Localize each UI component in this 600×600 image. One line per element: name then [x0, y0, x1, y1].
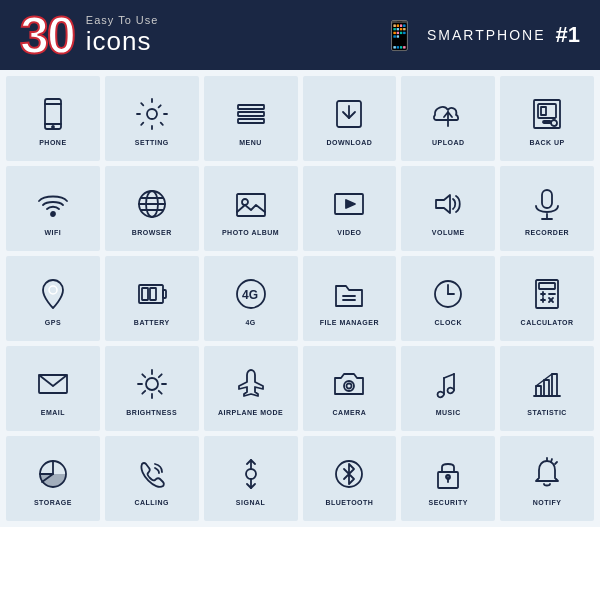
icon-backup: BACK UP [500, 76, 594, 161]
svg-rect-6 [238, 112, 264, 116]
header-right: 📱 SMARTPHONE #1 [382, 19, 580, 52]
header: 30 Easy To Use icons 📱 SMARTPHONE #1 [0, 0, 600, 70]
statistic-label: STATISTIC [527, 409, 567, 416]
security-icon [428, 454, 468, 494]
svg-rect-15 [543, 121, 551, 123]
4g-label: 4G [245, 319, 255, 326]
photo-album-icon [231, 184, 271, 224]
brand-number: #1 [556, 22, 580, 48]
airplane-mode-label: AIRPLANE MODE [218, 409, 283, 416]
video-icon [329, 184, 369, 224]
camera-label: CAMERA [333, 409, 367, 416]
statistic-icon [527, 364, 567, 404]
svg-marker-26 [436, 195, 450, 213]
upload-icon [428, 94, 468, 134]
recorder-label: RECORDER [525, 229, 569, 236]
brand-text: SMARTPHONE [427, 27, 546, 43]
file-manager-label: FILE MANAGER [320, 319, 379, 326]
icon-bluetooth: BLUETOOTH [303, 436, 397, 521]
icon-brightness: BRIGHTNESS [105, 346, 199, 431]
storage-icon [33, 454, 73, 494]
svg-rect-7 [238, 119, 264, 123]
icon-storage: STORAGE [6, 436, 100, 521]
camera-icon [329, 364, 369, 404]
svg-line-65 [444, 374, 454, 378]
gps-icon [33, 274, 73, 314]
svg-point-61 [344, 381, 354, 391]
svg-rect-27 [542, 190, 552, 208]
svg-rect-33 [142, 288, 148, 300]
clock-icon [428, 274, 468, 314]
music-label: MUSIC [436, 409, 461, 416]
wifi-label: WIFI [45, 229, 62, 236]
icon-calculator: CALCULATOR [500, 256, 594, 341]
wifi-icon [33, 184, 73, 224]
icon-video: VIDEO [303, 166, 397, 251]
icon-file-manager: FILE MANAGER [303, 256, 397, 341]
icon-photo-album: PHOTO ALBUM [204, 166, 298, 251]
gps-label: GPS [45, 319, 61, 326]
icon-camera: CAMERA [303, 346, 397, 431]
4g-icon: 4G [231, 274, 271, 314]
calling-icon [132, 454, 172, 494]
browser-label: BROWSER [132, 229, 172, 236]
upload-label: UPLOAD [432, 139, 465, 146]
backup-label: BACK UP [529, 139, 564, 146]
svg-marker-25 [346, 200, 355, 208]
svg-rect-69 [552, 374, 557, 396]
file-manager-icon [329, 274, 369, 314]
header-number: 30 [20, 9, 74, 61]
icon-menu: MENU [204, 76, 298, 161]
svg-point-62 [347, 383, 352, 388]
icon-4g: 4G 4G [204, 256, 298, 341]
signal-icon [231, 454, 271, 494]
icon-signal: SIGNAL [204, 436, 298, 521]
icon-download: DOWNLOAD [303, 76, 397, 161]
menu-icon [231, 94, 271, 134]
setting-label: SETTING [135, 139, 169, 146]
icon-airplane-mode: AIRPLANE MODE [204, 346, 298, 431]
menu-label: MENU [239, 139, 262, 146]
svg-rect-13 [541, 107, 546, 115]
phone-icon [33, 94, 73, 134]
svg-point-14 [551, 120, 557, 126]
icon-setting: SETTING [105, 76, 199, 161]
svg-line-60 [142, 390, 145, 393]
svg-line-82 [555, 462, 557, 464]
brightness-icon [132, 364, 172, 404]
volume-label: VOLUME [432, 229, 465, 236]
svg-point-3 [52, 126, 54, 128]
svg-rect-32 [163, 290, 166, 298]
email-icon [33, 364, 73, 404]
calculator-label: CALCULATOR [521, 319, 574, 326]
icon-notify: NOTIFY [500, 436, 594, 521]
svg-line-81 [551, 459, 552, 462]
security-label: SECURITY [429, 499, 468, 506]
icon-email: EMAIL [6, 346, 100, 431]
svg-point-52 [146, 378, 158, 390]
clock-label: CLOCK [435, 319, 462, 326]
svg-rect-34 [150, 288, 156, 300]
svg-rect-43 [539, 283, 555, 289]
icon-recorder: RECORDER [500, 166, 594, 251]
icon-phone: PHONE [6, 76, 100, 161]
header-text-block: Easy To Use icons [86, 14, 159, 57]
svg-rect-5 [238, 105, 264, 109]
svg-rect-68 [544, 380, 549, 396]
icon-statistic: STATISTIC [500, 346, 594, 431]
phone-label: PHONE [39, 139, 66, 146]
icon-browser: BROWSER [105, 166, 199, 251]
volume-icon [428, 184, 468, 224]
header-icons-text: icons [86, 26, 159, 57]
photo-album-label: PHOTO ALBUM [222, 229, 279, 236]
bluetooth-icon [329, 454, 369, 494]
calculator-icon [527, 274, 567, 314]
email-label: EMAIL [41, 409, 65, 416]
video-label: VIDEO [337, 229, 361, 236]
icon-security: SECURITY [401, 436, 495, 521]
browser-icon [132, 184, 172, 224]
svg-point-72 [246, 469, 256, 479]
header-easy-text: Easy To Use [86, 14, 159, 26]
notify-label: NOTIFY [533, 499, 562, 506]
icon-wifi: WIFI [6, 166, 100, 251]
